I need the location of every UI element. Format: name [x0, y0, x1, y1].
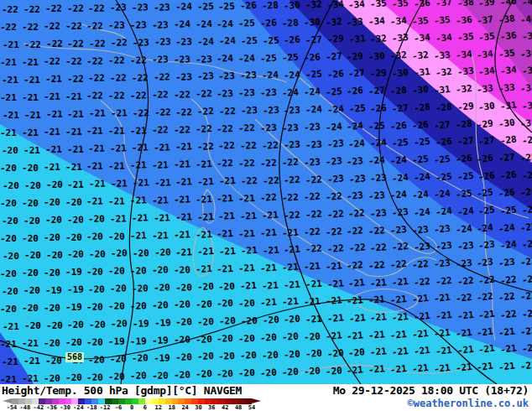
temp-value: -20 — [22, 163, 39, 172]
temp-value: -28 — [519, 152, 532, 164]
temp-value: -20 — [284, 315, 301, 325]
temp-value: -26 — [519, 186, 532, 198]
temp-value: -21 — [389, 329, 407, 340]
temp-value: -20 — [2, 287, 18, 296]
temp-value: -22 — [23, 5, 40, 14]
temp-value: -20 — [196, 282, 213, 292]
temp-value: -21 — [368, 294, 386, 305]
temp-value: -24 — [325, 122, 342, 133]
temp-value: -23 — [175, 37, 192, 47]
temp-value: -20 — [238, 298, 256, 308]
temp-value: -21 — [195, 230, 211, 240]
temp-value: -25 — [238, 18, 256, 29]
temp-value: -21 — [23, 145, 40, 154]
temp-value: -21 — [22, 58, 39, 67]
temp-value: -38 — [498, 14, 515, 26]
temp-value: -21 — [281, 297, 299, 307]
temp-value: -21 — [411, 294, 429, 304]
temp-value: -20 — [0, 269, 17, 278]
temp-value: -21 — [154, 178, 170, 188]
temp-value: -26 — [284, 35, 301, 45]
temp-value: -21 — [23, 75, 40, 84]
temp-value: -33 — [347, 17, 364, 28]
temp-value: -34 — [478, 65, 496, 76]
colorbar-cell — [65, 398, 72, 404]
colorbar-cell — [232, 398, 238, 404]
temp-value: -24 — [262, 70, 279, 81]
temp-value: -21 — [305, 279, 322, 290]
temp-value: -20 — [175, 283, 191, 293]
temp-value: -20 — [46, 180, 63, 190]
temp-value: -26 — [326, 69, 344, 80]
temp-value: -36 — [455, 15, 472, 26]
temp-value: -25 — [411, 154, 429, 165]
colorbar-cell — [225, 398, 232, 404]
temp-value: -28 — [413, 102, 430, 113]
temp-value: -26 — [347, 86, 364, 97]
temp-value: -20 — [152, 371, 169, 381]
colorbar-cell — [159, 398, 165, 404]
temp-value: -22 — [216, 159, 233, 169]
temp-value: -27 — [456, 136, 474, 147]
temp-value: -25 — [413, 137, 430, 148]
temp-value: -22 — [240, 141, 258, 151]
temp-value: -32 — [435, 66, 452, 77]
temp-value: -21 — [65, 91, 81, 101]
temp-value: -24 — [413, 172, 430, 183]
temp-value: -22 — [132, 73, 149, 83]
temp-value: -20 — [281, 332, 299, 342]
temp-value: -21 — [435, 345, 452, 356]
colorbar-left-arrow — [3, 398, 12, 403]
colorbar-cell — [32, 398, 39, 404]
temp-value: -22 — [65, 22, 81, 31]
colorbar-right-arrow — [252, 398, 261, 403]
temp-value: -22 — [130, 55, 147, 65]
colorbar-tick-label: 0 — [130, 404, 133, 411]
temp-value: -25 — [368, 121, 386, 132]
temp-value: -22 — [499, 274, 517, 286]
temp-value: -20 — [0, 304, 17, 314]
temp-value: -22 — [499, 309, 517, 320]
temp-value: -40 — [519, 13, 532, 25]
colorbar-tick-label: 42 — [222, 404, 228, 411]
temp-value: -23 — [108, 21, 125, 31]
temp-value: -19 — [66, 285, 83, 294]
temp-value: -22 — [240, 176, 258, 186]
temp-value: -26 — [389, 120, 407, 131]
temp-value: -25 — [478, 206, 496, 216]
temp-value: -21 — [132, 213, 149, 223]
temp-value: -22 — [281, 158, 299, 168]
temp-value: -23 — [455, 258, 472, 268]
temp-value: -21 — [370, 312, 388, 323]
temp-value: -22 — [305, 244, 323, 255]
colorbar-cell — [198, 398, 205, 404]
temp-value: -36 — [519, 48, 532, 60]
temp-value: -22 — [24, 39, 41, 49]
temp-value: -20 — [65, 232, 81, 242]
temp-value: -21 — [521, 342, 532, 354]
colorbar-tick-label: -12 — [100, 404, 111, 411]
temp-value: -21 — [108, 196, 125, 206]
temp-value: -33 — [456, 66, 474, 77]
temp-value: -22 — [108, 56, 125, 66]
temp-value: -21 — [3, 111, 19, 120]
temp-value: -20 — [3, 181, 19, 190]
colorbar-tick-label: 24 — [181, 404, 188, 411]
temp-value: -25 — [348, 104, 366, 115]
colorbar-cell — [52, 398, 59, 404]
temp-value: -23 — [433, 224, 451, 235]
temp-value: -21 — [0, 58, 17, 67]
temp-value: -20 — [44, 339, 60, 348]
temp-value: -19 — [65, 268, 81, 277]
temp-value: -23 — [283, 140, 300, 150]
temp-value: -21 — [498, 326, 515, 338]
temp-value: -33 — [392, 33, 409, 44]
temp-value: -20 — [130, 266, 147, 276]
copyright-link[interactable]: ©weatheronline.co.uk — [408, 398, 529, 409]
temp-value: -21 — [65, 127, 81, 136]
colorbar-cell — [12, 398, 18, 404]
temp-value: -20 — [216, 369, 233, 379]
temp-value: -24 — [368, 155, 386, 166]
temp-value: -22 — [305, 174, 323, 185]
temp-value: -20 — [44, 268, 60, 278]
